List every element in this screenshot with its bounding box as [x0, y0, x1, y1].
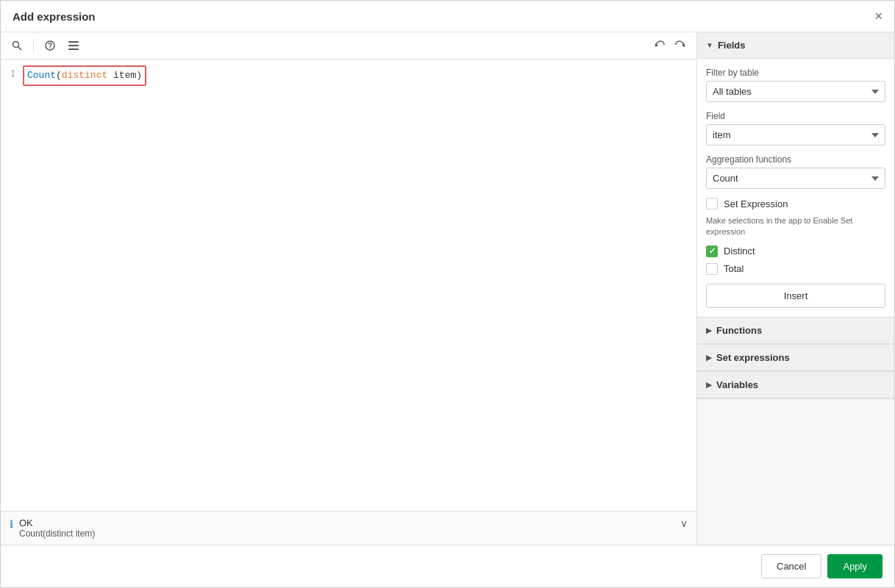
agg-functions-group: Aggregation functions Count Sum Avg Min … [706, 154, 885, 189]
svg-rect-5 [68, 45, 79, 46]
distinct-row: Distinct [706, 245, 885, 257]
status-content: OK Count(distinct item) [19, 517, 95, 539]
apply-button[interactable]: Apply [827, 554, 882, 578]
status-ok: OK [19, 517, 95, 528]
functions-label: Functions [716, 325, 762, 336]
editor-panel: ? [1, 32, 697, 545]
variables-section: ▶ Variables [697, 372, 894, 399]
editor-line-1: 1 Count(distinct item) [1, 65, 696, 86]
svg-point-0 [13, 42, 19, 48]
info-icon: ℹ [10, 518, 13, 530]
set-expressions-section: ▶ Set expressions [697, 345, 894, 372]
svg-text:?: ? [48, 42, 52, 50]
status-expression: Count(distinct item) [19, 528, 95, 539]
dialog-footer: Cancel Apply [1, 545, 894, 587]
set-expression-checkbox[interactable] [706, 198, 718, 209]
total-checkbox[interactable] [706, 263, 718, 275]
line-number: 1 [1, 65, 23, 82]
field-label: Field [706, 111, 885, 121]
undo-icon[interactable] [651, 37, 668, 54]
format-icon[interactable] [65, 37, 82, 54]
code-keyword: Count [27, 70, 56, 81]
insert-button[interactable]: Insert [706, 284, 885, 308]
right-panel: ▼ Fields Filter by table All tables Fiel… [697, 32, 894, 545]
code-open-paren: ( [56, 70, 62, 81]
field-group: Field item [706, 111, 885, 146]
set-expressions-label: Set expressions [716, 352, 790, 363]
functions-section: ▶ Functions [697, 318, 894, 345]
distinct-label: Distinct [724, 245, 755, 257]
set-expr-note: Make selections in the app to Enable Set… [706, 215, 885, 238]
svg-rect-6 [68, 49, 79, 50]
redo-icon[interactable] [671, 37, 689, 54]
variables-label: Variables [716, 379, 758, 390]
editor-content[interactable]: 1 Count(distinct item) [1, 60, 696, 511]
variables-section-header[interactable]: ▶ Variables [697, 372, 894, 398]
add-expression-dialog: Add expression × ? [0, 0, 895, 588]
fields-section-header[interactable]: ▼ Fields [697, 32, 894, 59]
fields-section-arrow: ▼ [706, 41, 713, 49]
set-expression-label: Set Expression [724, 198, 788, 209]
dialog-title: Add expression [13, 10, 96, 23]
functions-arrow: ▶ [706, 326, 712, 334]
search-icon[interactable] [8, 37, 26, 54]
code-field: item [113, 70, 136, 81]
filter-table-group: Filter by table All tables [706, 68, 885, 102]
toolbar-right [651, 37, 689, 54]
set-expressions-arrow: ▶ [706, 354, 712, 362]
fields-content: Filter by table All tables Field item Ag… [697, 59, 894, 318]
filter-table-select[interactable]: All tables [706, 81, 885, 102]
field-select[interactable]: item [706, 124, 885, 146]
dialog-body: ? [1, 32, 894, 545]
filter-table-label: Filter by table [706, 68, 885, 78]
code-modifier: distinct [62, 70, 107, 81]
status-chevron-icon[interactable]: ∨ [680, 517, 688, 529]
toolbar-divider-1 [33, 39, 34, 52]
fields-section-label: Fields [718, 40, 746, 51]
help-icon[interactable]: ? [41, 37, 59, 54]
variables-arrow: ▶ [706, 381, 712, 389]
svg-line-1 [18, 47, 22, 51]
functions-section-header[interactable]: ▶ Functions [697, 318, 894, 344]
dialog-header: Add expression × [1, 1, 894, 32]
editor-toolbar: ? [1, 32, 696, 60]
code-close-paren: ) [136, 70, 142, 81]
agg-functions-select[interactable]: Count Sum Avg Min Max [706, 168, 885, 189]
cancel-button[interactable]: Cancel [761, 554, 821, 578]
agg-functions-label: Aggregation functions [706, 154, 885, 165]
set-expressions-section-header[interactable]: ▶ Set expressions [697, 345, 894, 371]
svg-rect-4 [68, 41, 79, 43]
total-label: Total [724, 263, 744, 274]
set-expression-row: Set Expression [706, 198, 885, 209]
editor-status: ℹ OK Count(distinct item) ∨ [1, 511, 696, 545]
total-row: Total [706, 263, 885, 275]
close-button[interactable]: × [874, 10, 882, 23]
code-expression[interactable]: Count(distinct item) [23, 65, 146, 86]
distinct-checkbox[interactable] [706, 245, 718, 257]
